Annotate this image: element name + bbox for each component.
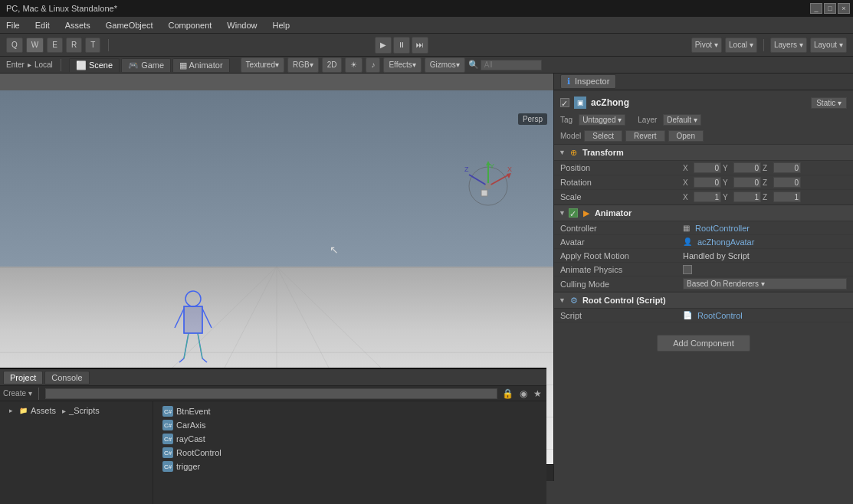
animator-section-header[interactable]: ▼ ✓ ▶ Animator [554, 205, 853, 221]
apply-root-motion-label: Apply Root Motion [560, 251, 683, 260]
svg-text:X: X [507, 165, 512, 173]
inspector-tab[interactable]: ℹ Inspector [560, 74, 616, 89]
script-value[interactable]: RootControl [697, 311, 743, 320]
file-item[interactable]: C# rayCast [159, 432, 540, 446]
menu-edit[interactable]: Edit [32, 19, 53, 31]
menubar: File Edit Assets GameObject Component Wi… [0, 17, 853, 34]
file-item[interactable]: C# CarAxis [159, 418, 540, 432]
avatar-value-area: 👤 acZhongAvatar [683, 237, 847, 247]
apply-root-motion-value: Handled by Script [683, 251, 847, 260]
pause-button[interactable]: ⏸ [393, 37, 410, 54]
menu-gameobject[interactable]: GameObject [103, 19, 156, 31]
animator-section-title: Animator [595, 208, 632, 218]
add-component-button[interactable]: Add Component [657, 335, 750, 352]
inspector-header: ℹ Inspector [554, 74, 853, 90]
lighting-btn[interactable]: ☀ [345, 57, 363, 73]
layer-label: Layer [638, 116, 657, 124]
tab-animator[interactable]: ▦ Animator [172, 58, 229, 72]
animate-physics-value [683, 265, 847, 274]
scale-label: Scale [560, 192, 683, 201]
culling-mode-label: Culling Mode [560, 280, 683, 289]
rect-tool-button[interactable]: T [85, 38, 100, 53]
hand-tool-button[interactable]: Q [6, 38, 23, 53]
project-files-area: C# BtnEvent C# CarAxis C# rayCast C# Roo… [153, 401, 546, 504]
position-z-input[interactable] [773, 162, 801, 173]
gizmos-btn[interactable]: Gizmos ▾ [425, 57, 465, 73]
culling-mode-dropdown[interactable]: Based On Renderers ▾ [683, 278, 847, 290]
project-search-input[interactable] [45, 388, 497, 399]
static-button[interactable]: Static ▾ [811, 97, 847, 109]
file-icon: C# [162, 420, 173, 430]
project-lock-icon[interactable]: 🔒 [500, 388, 515, 399]
2d-btn[interactable]: 2D [322, 57, 343, 73]
scale-y-input[interactable] [733, 191, 761, 202]
transform-section-header[interactable]: ▼ ⊕ Transform [554, 144, 853, 161]
file-item[interactable]: C# RootControl [159, 446, 540, 460]
effects-btn[interactable]: Effects ▾ [383, 57, 421, 73]
tag-dropdown[interactable]: Untagged ▾ [579, 114, 625, 126]
rotate-tool-button[interactable]: E [47, 38, 63, 53]
project-search-bar: Create ▾ 🔒 ◉ ★ [0, 386, 546, 401]
menu-window[interactable]: Window [224, 19, 260, 31]
menu-component[interactable]: Component [165, 19, 215, 31]
animate-physics-checkbox[interactable] [683, 265, 692, 274]
file-item[interactable]: C# BtnEvent [159, 404, 540, 418]
layer-dropdown[interactable]: Default ▾ [663, 114, 700, 126]
script-value-area: 📄 RootControl [683, 311, 847, 320]
titlebar-controls[interactable]: _ □ × [810, 3, 850, 14]
tag-label: Tag [560, 116, 572, 124]
perspective-label[interactable]: Persp [518, 113, 547, 125]
menu-help[interactable]: Help [269, 19, 293, 31]
menu-assets[interactable]: Assets [62, 19, 94, 31]
rotation-y-input[interactable] [733, 177, 761, 188]
maximize-button[interactable]: □ [824, 3, 836, 14]
project-eye-icon[interactable]: ◉ [518, 388, 529, 399]
file-name: rayCast [176, 434, 205, 443]
controller-value[interactable]: RootController [695, 224, 750, 233]
root-control-section-header[interactable]: ▼ ⚙ Root Control (Script) [554, 292, 853, 309]
position-value: X Y Z [683, 162, 847, 173]
tab-scene[interactable]: ⬜ Scene [69, 58, 120, 72]
revert-button[interactable]: Revert [625, 130, 664, 142]
project-tab[interactable]: Project [3, 371, 43, 385]
tree-assets[interactable]: ▸ 📁 Assets ▸ _Scripts [3, 404, 149, 417]
move-tool-button[interactable]: W [26, 38, 44, 53]
step-button[interactable]: ⏭ [412, 37, 428, 54]
audio-btn[interactable]: ♪ [366, 57, 380, 73]
rgb-btn[interactable]: RGB ▾ [287, 57, 319, 73]
play-button[interactable]: ▶ [375, 37, 392, 54]
position-y-input[interactable] [733, 162, 761, 173]
controller-row: Controller ▦ RootController [554, 221, 853, 235]
animator-icon: ▶ [581, 208, 592, 218]
enter-label-area: Enter ▸ Local [6, 61, 53, 69]
rotation-z-input[interactable] [773, 177, 801, 188]
project-star-icon[interactable]: ★ [532, 388, 543, 399]
search-icon: 🔍 [468, 60, 479, 70]
layout-dropdown[interactable]: Layout ▾ [810, 38, 847, 53]
local-dropdown[interactable]: Local ▾ [725, 38, 757, 53]
scale-tool-button[interactable]: R [66, 38, 82, 53]
open-button[interactable]: Open [668, 130, 704, 142]
textured-btn[interactable]: Textured ▾ [241, 57, 284, 73]
file-item[interactable]: C# trigger [159, 460, 540, 473]
object-active-checkbox[interactable]: ✓ [560, 98, 569, 107]
menu-file[interactable]: File [3, 19, 23, 31]
close-button[interactable]: × [838, 3, 850, 14]
tab-game[interactable]: 🎮 Game [121, 58, 171, 72]
animator-enabled-checkbox[interactable]: ✓ [569, 208, 578, 218]
scale-x-input[interactable] [694, 191, 721, 202]
layers-dropdown[interactable]: Layers ▾ [770, 38, 807, 53]
minimize-button[interactable]: _ [810, 3, 822, 14]
pivot-dropdown[interactable]: Pivot ▾ [691, 38, 722, 53]
local-dropdown-arrow: ▾ [750, 41, 753, 49]
scale-x-label: X [683, 193, 692, 201]
avatar-value[interactable]: acZhongAvatar [697, 237, 754, 247]
inspector-panel: ℹ Inspector ✓ ▣ acZhong Static ▾ Tag Unt… [554, 74, 853, 481]
position-x-input[interactable] [694, 162, 721, 173]
scene-search-input[interactable] [481, 60, 542, 70]
scale-z-input[interactable] [773, 191, 801, 202]
rotation-x-input[interactable] [694, 177, 721, 188]
scale-y-label: Y [723, 193, 732, 201]
select-button[interactable]: Select [584, 130, 622, 142]
console-tab[interactable]: Console [44, 371, 89, 385]
